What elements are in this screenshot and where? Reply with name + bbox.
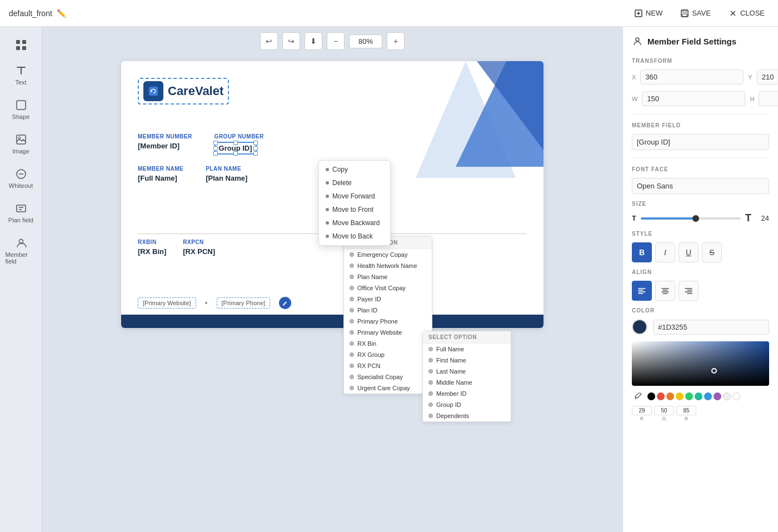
context-menu-move-backward[interactable]: Move Backward: [319, 216, 390, 230]
dropdown2-group-id[interactable]: Group ID: [423, 399, 511, 410]
strikethrough-button[interactable]: S: [702, 242, 722, 262]
color-section-label: COLOR: [632, 307, 769, 314]
context-menu: Copy Delete Move Forward Move to Front: [318, 160, 391, 246]
new-button[interactable]: NEW: [630, 7, 667, 20]
edit-phone-button[interactable]: [279, 297, 291, 309]
context-menu-move-forward[interactable]: Move Forward: [319, 190, 390, 203]
dropdown1-office-visit[interactable]: Office Visit Copay: [344, 282, 432, 294]
palette-blue[interactable]: [704, 392, 712, 400]
sidebar-item-grid[interactable]: [2, 33, 40, 57]
dropdown1-health-network[interactable]: Health Network Name: [344, 260, 432, 271]
resize-handle-tr[interactable]: [253, 141, 258, 145]
dropdown1-specialist-copay[interactable]: Specialist Copay: [344, 371, 432, 382]
sidebar-item-shape[interactable]: Shape: [2, 93, 40, 126]
sidebar-item-member-field[interactable]: Member field: [2, 231, 40, 270]
redo-button[interactable]: ↪: [282, 32, 300, 50]
sidebar-item-text[interactable]: Text: [2, 59, 40, 91]
size-slider-thumb[interactable]: [692, 215, 699, 222]
resize-handle-tl[interactable]: [213, 141, 218, 145]
context-menu-move-to-back[interactable]: Move to Back: [319, 230, 390, 243]
color-b-input[interactable]: [676, 406, 696, 415]
context-menu-move-to-front[interactable]: Move to Front: [319, 203, 390, 216]
palette-teal[interactable]: [695, 392, 702, 400]
palette-purple[interactable]: [714, 392, 721, 400]
color-picker-gradient[interactable]: [632, 341, 769, 386]
dropdown2-full-name[interactable]: Full Name: [423, 344, 511, 355]
sidebar-item-whiteout[interactable]: Whiteout: [2, 162, 40, 195]
rxbin-value[interactable]: [RX Bin]: [138, 247, 166, 256]
context-menu-copy[interactable]: Copy: [319, 163, 390, 176]
color-hex-input[interactable]: [653, 320, 769, 335]
dropdown2-dependents[interactable]: Dependents: [423, 410, 511, 421]
dropdown2-middle-name[interactable]: Middle Name: [423, 377, 511, 388]
sidebar-item-plan-field[interactable]: Plan field: [2, 197, 40, 229]
palette-white[interactable]: [732, 392, 740, 400]
dropdown1-payer-id[interactable]: Payer ID: [344, 294, 432, 305]
y-input[interactable]: [757, 69, 778, 84]
item-label: Specialist Copay: [357, 374, 403, 380]
dropdown1-rx-bin[interactable]: RX Bin: [344, 338, 432, 349]
plan-name-value[interactable]: [Plan Name]: [206, 174, 247, 182]
dropdown1-plan-name[interactable]: Plan Name: [344, 271, 432, 282]
w-input[interactable]: [642, 91, 745, 106]
dropdown2-first-name[interactable]: First Name: [423, 355, 511, 366]
underline-button[interactable]: U: [679, 242, 699, 262]
align-center-button[interactable]: [655, 281, 675, 301]
palette-orange[interactable]: [666, 392, 674, 400]
canvas-card[interactable]: CareValet MEMBER NUMBER [Member ID] GROU…: [121, 61, 543, 328]
rxpcn-value[interactable]: [RX PCN]: [183, 247, 215, 256]
palette-yellow[interactable]: [676, 392, 684, 400]
primary-website-field[interactable]: [Primary Website]: [138, 297, 196, 309]
palette-black[interactable]: [647, 392, 655, 400]
zoom-out-button[interactable]: −: [327, 32, 345, 50]
download-button[interactable]: ⬇: [305, 32, 322, 50]
close-button[interactable]: CLOSE: [724, 7, 769, 20]
align-left-button[interactable]: [632, 281, 652, 301]
undo-button[interactable]: ↩: [260, 32, 278, 50]
palette-green[interactable]: [685, 392, 693, 400]
color-r-input[interactable]: [632, 406, 652, 415]
zoom-in-button[interactable]: +: [387, 32, 405, 50]
resize-handle-br[interactable]: [253, 151, 258, 156]
dropdown2-last-name[interactable]: Last Name: [423, 366, 511, 377]
eyedropper-button[interactable]: [632, 390, 644, 402]
full-name-value[interactable]: [Full Name]: [138, 174, 183, 182]
h-input[interactable]: [759, 91, 778, 106]
color-swatch[interactable]: [632, 319, 647, 335]
italic-button[interactable]: I: [655, 242, 675, 262]
member-field-select[interactable]: [Group ID] [Member ID] [Full Name]: [632, 134, 769, 150]
dropdown1-emergency-copay[interactable]: Emergency Copay: [344, 249, 432, 260]
bold-button[interactable]: B: [632, 242, 652, 262]
dropdown1-primary-website[interactable]: Primary Website: [344, 327, 432, 338]
resize-handle-tm[interactable]: [233, 141, 238, 145]
align-right-button[interactable]: [679, 281, 699, 301]
size-slider[interactable]: [641, 217, 741, 220]
save-button[interactable]: SAVE: [676, 7, 715, 20]
edit-title-icon[interactable]: ✏️: [57, 9, 66, 18]
font-face-select[interactable]: Open Sans Arial Roboto: [632, 178, 769, 194]
color-inputs-row: R G B: [632, 406, 769, 421]
color-g-input[interactable]: [654, 406, 674, 415]
sidebar-item-image[interactable]: Image: [2, 128, 40, 160]
x-input[interactable]: [640, 69, 744, 84]
dropdown1-rx-group[interactable]: RX Group: [344, 349, 432, 360]
member-id-value[interactable]: [Member ID]: [138, 142, 192, 150]
resize-handle-ml[interactable]: [213, 146, 218, 151]
resize-handle-bm[interactable]: [233, 151, 238, 156]
palette-red[interactable]: [657, 392, 665, 400]
dropdown1-urgent-care[interactable]: Urgent Care Copay: [344, 382, 432, 394]
palette-light[interactable]: [723, 392, 731, 400]
context-menu-delete[interactable]: Delete: [319, 176, 390, 190]
dropdown1-primary-phone[interactable]: Primary Phone: [344, 316, 432, 327]
group-id-selected[interactable]: Group ID]: [215, 142, 257, 155]
resize-handle-bl[interactable]: [213, 151, 218, 156]
resize-handle-mr[interactable]: [253, 146, 258, 151]
primary-phone-field[interactable]: [Primary Phone]: [217, 297, 271, 309]
card-website-phone: [Primary Website] • [Primary Phone]: [138, 297, 291, 309]
card-logo[interactable]: CareValet: [138, 78, 229, 105]
dropdown2-member-id[interactable]: Member ID: [423, 388, 511, 399]
canvas-wrapper[interactable]: CareValet MEMBER NUMBER [Member ID] GROU…: [42, 56, 622, 532]
dot: [350, 352, 354, 357]
dropdown1-plan-id[interactable]: Plan ID: [344, 305, 432, 316]
dropdown1-rx-pcn[interactable]: RX PCN: [344, 360, 432, 371]
